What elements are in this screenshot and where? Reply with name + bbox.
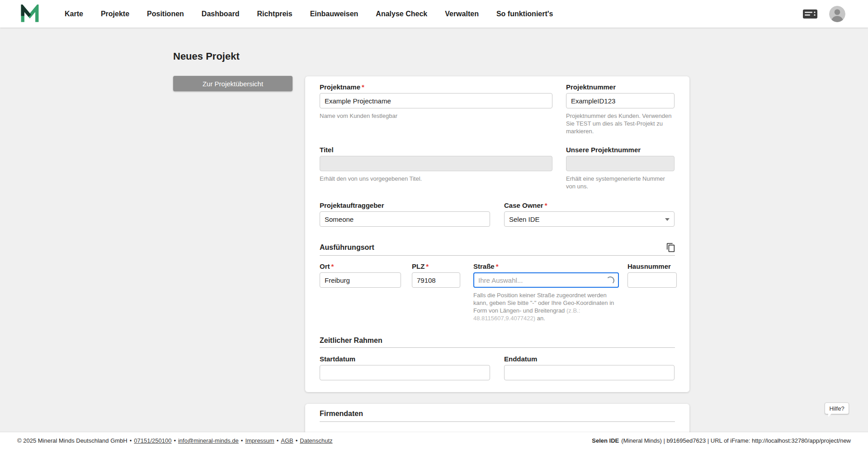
hausnummer-label: Hausnummer <box>627 262 677 271</box>
strasse-input-wrap <box>473 272 619 288</box>
field-unsere-projektnummer: Unsere Projektnummer Erhält eine systemg… <box>566 146 676 190</box>
plz-input[interactable] <box>412 272 460 288</box>
projektnummer-label-text: Projektnummer <box>566 83 616 91</box>
page-title: Neues Projekt <box>173 51 240 62</box>
separator-dot: • <box>296 437 298 444</box>
field-startdatum: Startdatum <box>320 355 490 380</box>
section-divider <box>320 255 675 256</box>
projektauftraggeber-label-text: Projektauftraggeber <box>320 201 384 209</box>
strasse-input[interactable] <box>473 272 619 288</box>
footer-link-impressum[interactable]: Impressum <box>245 437 274 444</box>
project-form-card: Projektname* Name vom Kunden festlegbar … <box>305 76 689 392</box>
hausnummer-input[interactable] <box>627 272 677 288</box>
loading-spinner-icon <box>606 276 614 285</box>
required-marker: * <box>331 262 334 270</box>
person-icon <box>829 6 845 22</box>
field-projektnummer: Projektnummer Projektnummer des Kunden. … <box>566 83 676 135</box>
strasse-helper: Falls die Position keiner Straße zugeord… <box>473 291 623 322</box>
enddatum-input[interactable] <box>504 365 675 380</box>
field-case-owner: Case Owner* Selen IDE <box>504 201 675 227</box>
required-marker: * <box>426 262 429 270</box>
footer-link-agb[interactable]: AGB <box>281 437 293 444</box>
strasse-helper-suffix: an. <box>535 315 545 322</box>
nav-so-funktionierts[interactable]: So funktioniert's <box>496 10 553 18</box>
section-zeitlicher-rahmen: Zeitlicher Rahmen <box>320 335 676 346</box>
required-marker: * <box>545 201 547 209</box>
nav-karte[interactable]: Karte <box>65 10 83 18</box>
nav-analyse-check[interactable]: Analyse Check <box>376 10 427 18</box>
ort-label-text: Ort <box>320 262 330 270</box>
section-divider <box>320 421 675 422</box>
brand-logo[interactable] <box>20 5 39 23</box>
required-marker: * <box>362 83 364 91</box>
footer-link-email[interactable]: info@mineral-minds.de <box>178 437 239 444</box>
unsere-projektnummer-helper: Erhält eine systemgenerierte Nummer von … <box>566 175 676 190</box>
back-to-project-overview-button[interactable]: Zur Projektübersicht <box>173 76 292 91</box>
case-owner-select[interactable]: Selen IDE <box>504 211 675 227</box>
hausnummer-label-text: Hausnummer <box>627 262 671 270</box>
titel-helper: Erhält den von uns vorgegebenen Titel. <box>320 175 552 182</box>
section-ausfuehrungsort-title: Ausführungsort <box>320 243 374 252</box>
ort-label: Ort* <box>320 262 401 271</box>
section-divider <box>320 347 675 348</box>
server-icon[interactable] <box>802 9 818 19</box>
main-nav: Karte Projekte Positionen Dashboard Rich… <box>65 10 553 18</box>
unsere-projektnummer-input <box>566 156 675 171</box>
unsere-projektnummer-label: Unsere Projektnummer <box>566 146 676 154</box>
separator-dot: • <box>241 437 243 444</box>
ort-input[interactable] <box>320 272 401 288</box>
field-projektname: Projektname* Name vom Kunden festlegbar <box>320 83 552 120</box>
footer-link-datenschutz[interactable]: Datenschutz <box>300 437 332 444</box>
nav-einbauweisen[interactable]: Einbauweisen <box>310 10 359 18</box>
section-firmendaten-title: Firmendaten <box>320 410 363 418</box>
section-zeitlicher-rahmen-title: Zeitlicher Rahmen <box>320 337 382 345</box>
nav-positionen[interactable]: Positionen <box>147 10 184 18</box>
nav-verwalten[interactable]: Verwalten <box>445 10 479 18</box>
field-titel: Titel Erhält den von uns vorgegebenen Ti… <box>320 146 552 182</box>
separator-dot: • <box>174 437 176 444</box>
field-enddatum: Enddatum <box>504 355 675 380</box>
projektnummer-label: Projektnummer <box>566 83 676 91</box>
startdatum-label-text: Startdatum <box>320 355 355 363</box>
nav-projekte[interactable]: Projekte <box>101 10 129 18</box>
startdatum-input[interactable] <box>320 365 490 380</box>
copy-icon[interactable] <box>666 243 676 253</box>
projektauftraggeber-input[interactable] <box>320 211 490 227</box>
field-projektauftraggeber: Projektauftraggeber <box>320 201 490 227</box>
titel-label-text: Titel <box>320 146 334 154</box>
projektname-input[interactable] <box>320 93 552 108</box>
user-avatar[interactable] <box>829 6 845 22</box>
footer-link-phone[interactable]: 07151/250100 <box>134 437 171 444</box>
chevron-down-icon <box>665 218 670 221</box>
footer-user-name: Selen IDE <box>592 437 619 444</box>
enddatum-label: Enddatum <box>504 355 675 363</box>
strasse-label-text: Straße <box>473 262 495 270</box>
separator-dot: • <box>277 437 279 444</box>
projektname-label-text: Projektname <box>320 83 360 91</box>
navbar-right-actions <box>802 6 845 22</box>
strasse-label: Straße* <box>473 262 619 271</box>
separator-dot: • <box>130 437 132 444</box>
case-owner-label-text: Case Owner <box>504 201 543 209</box>
footer: © 2025 Mineral Minds Deutschland GmbH • … <box>0 432 868 449</box>
field-strasse: Straße* Falls die Position keiner Straße… <box>473 262 619 322</box>
projektnummer-input[interactable] <box>566 93 675 108</box>
titel-label: Titel <box>320 146 552 154</box>
case-owner-label: Case Owner* <box>504 201 675 210</box>
section-firmendaten: Firmendaten <box>320 408 676 420</box>
footer-session-info: Selen IDE (Mineral Minds) | b91695ed7623… <box>592 437 851 444</box>
help-button[interactable]: Hilfe? <box>825 402 849 414</box>
nav-richtpreis[interactable]: Richtpreis <box>257 10 292 18</box>
plz-label: PLZ* <box>412 262 460 271</box>
footer-left: © 2025 Mineral Minds Deutschland GmbH • … <box>17 437 333 444</box>
projektname-label: Projektname* <box>320 83 552 91</box>
top-navbar: Karte Projekte Positionen Dashboard Rich… <box>0 0 868 28</box>
case-owner-selected-value: Selen IDE <box>509 215 540 223</box>
field-plz: PLZ* <box>412 262 460 288</box>
nav-dashboard[interactable]: Dashboard <box>202 10 240 18</box>
projektauftraggeber-label: Projektauftraggeber <box>320 201 490 210</box>
strasse-helper-text: Falls die Position keiner Straße zugeord… <box>473 292 614 314</box>
unsere-projektnummer-label-text: Unsere Projektnummer <box>566 146 641 154</box>
section-ausfuehrungsort: Ausführungsort <box>320 242 676 253</box>
required-marker: * <box>496 262 499 270</box>
